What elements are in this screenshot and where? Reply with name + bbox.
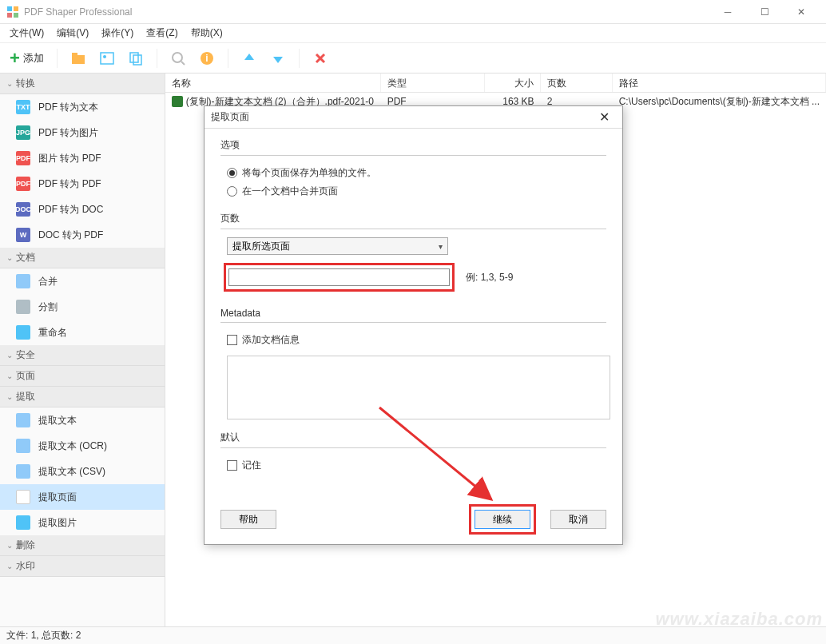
sidebar-item-pdf-to-pdf[interactable]: PDFPDF 转为 PDF [0,171,165,197]
metadata-label: Metadata [220,308,606,322]
doc-icon: DOC [16,202,30,217]
plus-icon: + [10,48,20,69]
sidebar-item-extract-images[interactable]: 提取图片 [0,510,165,535]
metadata-textarea[interactable] [227,356,610,419]
remember-checkbox[interactable]: 记住 [220,456,606,475]
down-button[interactable] [267,47,289,70]
checkbox-icon [227,335,237,345]
example-text: 例: 1,3, 5-9 [466,271,513,284]
app-title: PDF Shaper Professional [24,6,709,18]
minimize-button[interactable]: ─ [709,0,746,24]
sidebar-item-image-to-pdf[interactable]: PDF图片 转为 PDF [0,145,165,171]
add-button[interactable]: + 添加 [6,45,47,72]
image-icon [16,515,30,530]
default-label: 默认 [220,431,606,447]
menu-help[interactable]: 帮助(X) [185,24,229,42]
text-icon [16,413,30,427]
metadata-fieldset: Metadata 添加文档信息 [220,308,606,419]
sidebar-group-document[interactable]: ⌄文档 [0,248,165,268]
help-button[interactable]: 帮助 [220,510,276,529]
radio-merge-single[interactable]: 在一个文档中合并页面 [220,182,606,201]
sidebar-item-extract-ocr[interactable]: 提取文本 (OCR) [0,433,165,459]
sidebar-item-extract-csv[interactable]: 提取文本 (CSV) [0,459,165,484]
cell-path: C:\Users\pc\Documents\(复制)-新建文本文档 ... [613,93,826,110]
sidebar-item-pdf-to-doc[interactable]: DOCPDF 转为 DOC [0,197,165,222]
col-pages[interactable]: 页数 [541,74,613,92]
pages-fieldset: 页数 提取所选页面 ▾ 例: 1,3, 5-9 [220,212,606,296]
sidebar-group-security[interactable]: ⌄安全 [0,345,165,366]
sidebar-item-pdf-to-text[interactable]: TXTPDF 转为文本 [0,94,165,120]
add-metadata-checkbox[interactable]: 添加文档信息 [220,331,606,349]
radio-save-separate[interactable]: 将每个页面保存为单独的文件。 [220,164,606,182]
menu-view[interactable]: 查看(Z) [140,24,184,42]
table-header: 名称 类型 大小 页数 路径 [165,74,826,93]
sidebar-item-pdf-to-image[interactable]: JPGPDF 转为图片 [0,120,165,145]
checkbox-icon [227,460,237,471]
dialog-footer: 帮助 继续 取消 [220,504,606,535]
search-button[interactable] [167,47,189,70]
sidebar-item-merge[interactable]: 合并 [0,268,165,294]
menu-action[interactable]: 操作(Y) [95,24,140,42]
page-icon [16,490,30,504]
options-label: 选项 [220,138,606,155]
delete-button[interactable] [309,47,332,70]
rename-icon [16,325,30,340]
menu-edit[interactable]: 编辑(V) [50,24,95,42]
sidebar-group-page[interactable]: ⌄页面 [0,366,165,387]
toolbar: + 添加 i [0,43,826,74]
page-range-highlight [224,263,455,292]
svg-rect-2 [7,13,12,18]
col-size[interactable]: 大小 [485,74,541,92]
svg-rect-3 [14,13,18,18]
chevron-icon: ⌄ [6,562,13,570]
up-button[interactable] [238,47,260,70]
options-fieldset: 选项 将每个页面保存为单独的文件。 在一个文档中合并页面 [220,138,606,201]
dialog-close-button[interactable]: ✕ [592,109,616,125]
svg-rect-6 [101,53,113,64]
window-controls: ─ ☐ ✕ [709,0,820,24]
sidebar-group-delete[interactable]: ⌄删除 [0,535,165,556]
menu-file[interactable]: 文件(W) [3,24,50,42]
sidebar-item-extract-text[interactable]: 提取文本 [0,407,165,433]
split-icon [16,300,30,314]
pages-mode-select[interactable]: 提取所选页面 ▾ [227,237,448,255]
continue-button[interactable]: 继续 [475,510,530,529]
svg-rect-8 [130,53,138,62]
col-name[interactable]: 名称 [165,74,381,92]
pdf-icon: PDF [16,177,30,191]
separator [157,49,157,68]
add-label: 添加 [23,51,44,66]
sidebar-item-split[interactable]: 分割 [0,294,165,320]
separator [228,49,228,68]
word-icon: W [16,228,30,242]
sidebar-item-extract-pages[interactable]: 提取页面 [0,484,165,510]
close-button[interactable]: ✕ [783,0,820,24]
svg-rect-5 [72,53,77,56]
sidebar-group-convert[interactable]: ⌄转换 [0,74,165,94]
col-type[interactable]: 类型 [381,74,485,92]
sidebar-item-rename[interactable]: 重命名 [0,320,165,345]
folder-open-button[interactable] [67,47,89,70]
chevron-icon: ⌄ [6,79,13,88]
sidebar-group-extract[interactable]: ⌄提取 [0,387,165,407]
radio-icon [227,168,237,178]
page-range-input[interactable] [228,268,450,286]
ocr-icon [16,439,30,453]
chevron-icon: ⌄ [6,392,13,401]
separator [57,49,58,68]
dialog-titlebar: 提取页面 ✕ [205,106,622,129]
image-button[interactable] [96,47,118,70]
cancel-button[interactable]: 取消 [550,510,606,529]
sidebar-item-doc-to-pdf[interactable]: WDOC 转为 PDF [0,222,165,248]
default-fieldset: 默认 记住 [220,431,606,475]
maximize-button[interactable]: ☐ [746,0,783,24]
svg-rect-0 [7,6,12,11]
sidebar-group-watermark[interactable]: ⌄水印 [0,556,165,577]
app-icon [6,6,19,18]
copy-button[interactable] [125,47,147,70]
txt-icon: TXT [16,100,30,114]
col-path[interactable]: 路径 [613,74,826,92]
jpg-icon: JPG [16,125,30,140]
svg-rect-1 [14,6,18,11]
info-button[interactable]: i [196,47,218,70]
